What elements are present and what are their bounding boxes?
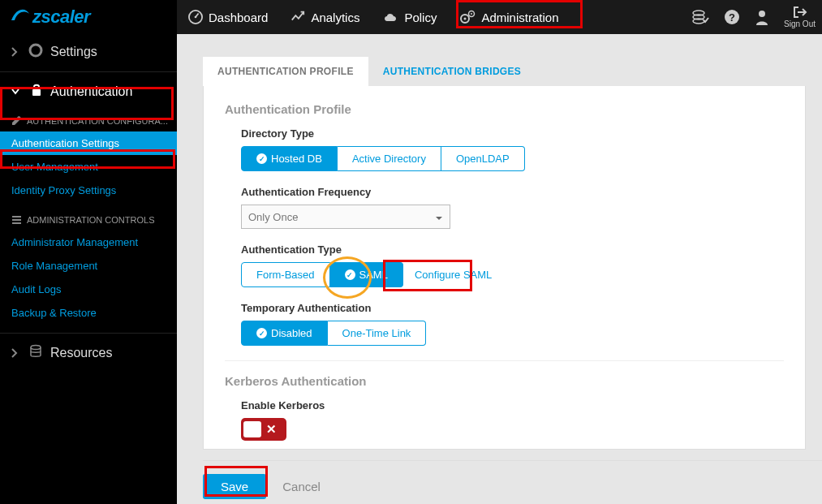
temp-auth-group: ✓ Disabled One-Time Link [241, 321, 784, 346]
nav-policy[interactable]: Policy [371, 0, 448, 34]
option-label: Hosted DB [271, 153, 322, 165]
svg-rect-17 [12, 222, 21, 224]
header-text: ADMINISTRATION CONTROLS [27, 215, 154, 225]
cloud-icon [382, 11, 398, 24]
nav-administration[interactable]: Administration [448, 0, 570, 34]
chevron-down-icon [11, 88, 19, 95]
auth-type-group: Form-Based ✓ SAML [241, 262, 403, 287]
option-label: Disabled [271, 327, 312, 339]
header-text: AUTHENTICATION CONFIGURA... [27, 116, 168, 126]
sidebar-resources[interactable]: Resources [0, 335, 177, 371]
svg-rect-14 [32, 89, 41, 96]
svg-rect-16 [12, 219, 21, 221]
brand-swoosh-icon [10, 6, 31, 28]
chevron-down-icon [435, 211, 443, 223]
cancel-button[interactable]: Cancel [282, 480, 321, 493]
topbar: zscaler Dashboard Analytics Policy Admin… [0, 0, 822, 34]
field-label: Authentication Type [241, 243, 784, 256]
directory-hosted-db[interactable]: ✓ Hosted DB [241, 146, 338, 171]
check-icon: ✓ [256, 328, 267, 338]
option-label: Form-Based [256, 269, 315, 281]
field-label: Temporary Authentication [241, 302, 784, 314]
topbar-right: ? Sign Out [691, 0, 816, 34]
option-label: OpenLDAP [456, 153, 510, 165]
database-icon [28, 344, 43, 362]
svg-point-5 [471, 13, 472, 15]
sidebar: Settings Authentication AUTHENTICATION C… [0, 34, 177, 504]
configure-saml-link[interactable]: Configure SAML [415, 269, 492, 281]
option-label: One-Time Link [342, 327, 411, 339]
sidebar-settings[interactable]: Settings [0, 34, 177, 70]
field-label: Enable Kerberos [241, 399, 784, 411]
chevron-right-icon [11, 47, 18, 57]
kerberos-section-title: Kerberos Authentication [225, 374, 784, 388]
sidebar-backup-restore[interactable]: Backup & Restore [0, 301, 177, 325]
temp-auth-one-time-link[interactable]: One-Time Link [328, 321, 427, 346]
svg-point-3 [464, 18, 467, 20]
sidebar-label: Settings [50, 45, 97, 59]
svg-point-1 [195, 16, 197, 19]
kerberos-block: Enable Kerberos ✕ [225, 399, 784, 441]
sidebar-label: Authentication [50, 84, 132, 99]
auth-config-header: AUTHENTICATION CONFIGURA... [0, 110, 177, 131]
sidebar-label: Resources [50, 346, 112, 360]
save-button[interactable]: Save [203, 474, 266, 499]
directory-type-group: ✓ Hosted DB Active Directory OpenLDAP [241, 146, 784, 171]
tab-auth-profile[interactable]: AUTHENTICATION PROFILE [203, 57, 368, 86]
wrench-icon [11, 115, 22, 126]
sliders-icon [11, 214, 22, 225]
svg-point-13 [34, 49, 37, 52]
sidebar-auth-settings[interactable]: Authentication Settings [0, 131, 177, 155]
toggle-knob [243, 421, 261, 437]
option-label: SAML [359, 269, 388, 281]
auth-type-block: Authentication Type Form-Based ✓ SAML Co… [225, 243, 784, 287]
auth-profile-panel: Authentication Profile Directory Type ✓ … [203, 86, 806, 450]
signout-label: Sign Out [784, 19, 816, 28]
auth-frequency-select[interactable]: Only Once [241, 205, 450, 229]
sidebar-role-management[interactable]: Role Management [0, 254, 177, 278]
top-navigation: Dashboard Analytics Policy Administratio… [177, 0, 570, 34]
nav-label: Administration [481, 11, 558, 24]
sidebar-admin-management[interactable]: Administrator Management [0, 230, 177, 254]
temp-auth-block: Temporary Authentication ✓ Disabled One-… [225, 302, 784, 346]
temp-auth-disabled[interactable]: ✓ Disabled [241, 321, 328, 346]
main-content: AUTHENTICATION PROFILE AUTHENTICATION BR… [177, 34, 822, 504]
nav-label: Analytics [311, 11, 359, 24]
user-icon[interactable] [755, 9, 769, 26]
analytics-icon [290, 10, 305, 24]
svg-point-18 [31, 346, 41, 350]
field-label: Directory Type [241, 127, 784, 140]
nav-label: Dashboard [209, 11, 268, 24]
select-value: Only Once [248, 211, 298, 223]
tab-bar: AUTHENTICATION PROFILE AUTHENTICATION BR… [177, 34, 822, 86]
field-label: Authentication Frequency [241, 186, 784, 198]
check-icon: ✓ [345, 269, 355, 280]
directory-openldap[interactable]: OpenLDAP [441, 146, 525, 171]
section-title: Authentication Profile [225, 102, 784, 116]
chevron-right-icon [11, 348, 18, 358]
sidebar-user-management[interactable]: User Management [0, 155, 177, 179]
svg-text:?: ? [729, 11, 735, 24]
sidebar-identity-proxy[interactable]: Identity Proxy Settings [0, 179, 177, 202]
gear-icon [28, 43, 43, 61]
x-icon: ✕ [266, 422, 277, 437]
nav-dashboard[interactable]: Dashboard [177, 0, 279, 34]
activation-icon[interactable] [691, 9, 709, 26]
auth-type-form-based[interactable]: Form-Based [241, 262, 330, 287]
nav-label: Policy [404, 11, 437, 24]
auth-type-saml[interactable]: ✓ SAML [330, 262, 403, 287]
gears-icon [459, 10, 476, 24]
option-label: Active Directory [352, 153, 426, 165]
nav-analytics[interactable]: Analytics [279, 0, 371, 34]
sidebar-authentication[interactable]: Authentication [0, 74, 177, 110]
signout-button[interactable]: Sign Out [784, 6, 816, 28]
svg-point-11 [759, 11, 765, 17]
lock-icon [30, 83, 43, 101]
check-icon: ✓ [256, 153, 267, 164]
kerberos-toggle[interactable]: ✕ [241, 418, 286, 441]
directory-active-directory[interactable]: Active Directory [338, 146, 441, 171]
tab-auth-bridges[interactable]: AUTHENTICATION BRIDGES [368, 57, 536, 86]
help-icon[interactable]: ? [724, 9, 740, 26]
sidebar-audit-logs[interactable]: Audit Logs [0, 278, 177, 301]
brand-name: zscaler [32, 6, 90, 28]
